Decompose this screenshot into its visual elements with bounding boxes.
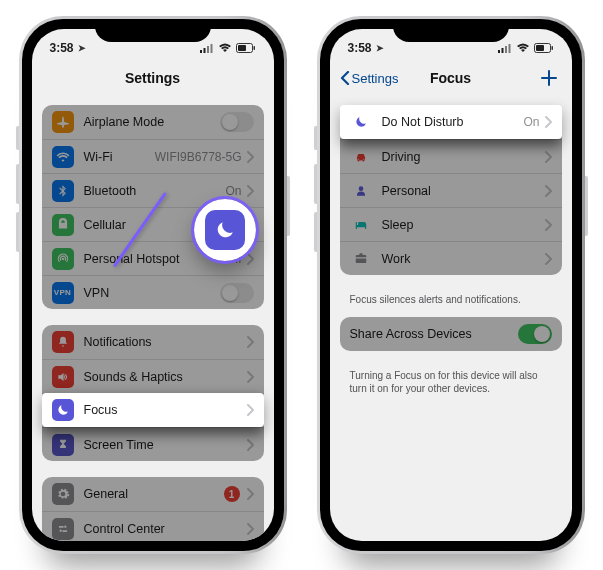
page-title: Settings: [125, 70, 180, 86]
status-time: 3:58: [50, 41, 74, 55]
settings-row-notifications[interactable]: Notifications: [42, 325, 264, 359]
chevron-right-icon: [544, 253, 552, 265]
share-group: Share Across Devices: [340, 317, 562, 351]
bell-icon: [52, 331, 74, 353]
nav-bar: Settings: [32, 61, 274, 95]
footer-note-2: Turning a Focus on for this device will …: [330, 367, 572, 396]
briefcase-icon: [350, 248, 372, 270]
chevron-right-icon: [246, 371, 254, 383]
moon-outline-icon: [350, 111, 372, 133]
svg-rect-18: [536, 45, 544, 51]
person-icon: [350, 180, 372, 202]
wifi-icon: [516, 43, 530, 53]
status-time: 3:58: [348, 41, 372, 55]
settings-row-do-not-disturb[interactable]: Do Not Disturb On: [340, 105, 562, 139]
gear-icon: [52, 483, 74, 505]
back-label: Settings: [352, 71, 399, 86]
chevron-right-icon: [246, 151, 254, 163]
moon-icon: [52, 399, 74, 421]
svg-rect-15: [505, 46, 507, 53]
settings-row-personal[interactable]: Personal: [340, 173, 562, 207]
toggle-switch[interactable]: [518, 324, 552, 344]
settings-row-sounds-haptics[interactable]: Sounds & Haptics: [42, 359, 264, 393]
phone-device-left: 3:58 ➤ Settings Airplane Mode Wi-Fi WIFI: [19, 16, 287, 554]
settings-row-wi-fi[interactable]: Wi-Fi WIFI9B6778-5G: [42, 139, 264, 173]
chevron-right-icon: [246, 488, 254, 500]
svg-rect-5: [238, 45, 246, 51]
row-label: Focus: [84, 403, 246, 417]
row-label: Share Across Devices: [350, 327, 518, 341]
row-label: Sleep: [382, 218, 544, 232]
chevron-right-icon: [544, 151, 552, 163]
settings-row-general[interactable]: General 1: [42, 477, 264, 511]
airplane-icon: [52, 111, 74, 133]
row-label: Work: [382, 252, 544, 266]
notch: [393, 19, 509, 42]
chevron-right-icon: [544, 219, 552, 231]
focus-callout: [194, 199, 256, 261]
row-label: Wi-Fi: [84, 150, 155, 164]
toggle-switch[interactable]: [220, 112, 254, 132]
svg-rect-6: [253, 46, 255, 50]
settings-row-driving[interactable]: Driving: [340, 139, 562, 173]
add-button[interactable]: [540, 69, 558, 87]
toggle-switch[interactable]: [220, 283, 254, 303]
location-arrow-icon: ➤: [78, 43, 86, 53]
cellular-signal-icon: [498, 43, 512, 53]
chevron-right-icon: [246, 439, 254, 451]
svg-rect-0: [200, 50, 202, 53]
row-label: Sounds & Haptics: [84, 370, 246, 384]
location-arrow-icon: ➤: [376, 43, 384, 53]
settings-row-airplane-mode[interactable]: Airplane Mode: [42, 105, 264, 139]
row-label: Do Not Disturb: [382, 115, 524, 129]
phone-device-right: 3:58 ➤ Settings Focus: [317, 16, 585, 554]
chevron-right-icon: [544, 185, 552, 197]
row-label: VPN: [84, 286, 220, 300]
svg-rect-16: [508, 44, 510, 53]
settings-row-vpn[interactable]: VPN VPN: [42, 275, 264, 309]
svg-point-7: [61, 257, 63, 259]
wifi-icon: [52, 146, 74, 168]
row-label: Personal: [382, 184, 544, 198]
row-value: On: [523, 115, 539, 129]
hourglass-icon: [52, 434, 74, 456]
chevron-right-icon: [246, 185, 254, 197]
settings-row-work[interactable]: Work: [340, 241, 562, 275]
car-icon: [350, 146, 372, 168]
settings-row-sleep[interactable]: Sleep: [340, 207, 562, 241]
row-label: Control Center: [84, 522, 246, 536]
plus-icon: [540, 69, 558, 87]
share-across-devices-row[interactable]: Share Across Devices: [340, 317, 562, 351]
bluetooth-icon: [52, 180, 74, 202]
speaker-icon: [52, 366, 74, 388]
page-title: Focus: [430, 70, 471, 86]
row-value: WIFI9B6778-5G: [155, 150, 242, 164]
notification-badge: 1: [224, 486, 240, 502]
settings-group: General 1 Control Center AA Display & Br…: [42, 477, 264, 541]
chevron-right-icon: [246, 404, 254, 416]
chevron-right-icon: [544, 116, 552, 128]
back-button[interactable]: Settings: [340, 71, 399, 86]
cellular-icon: [52, 214, 74, 236]
svg-rect-13: [498, 50, 500, 53]
chevron-left-icon: [340, 71, 350, 85]
settings-row-screen-time[interactable]: Screen Time: [42, 427, 264, 461]
svg-rect-1: [203, 48, 205, 53]
row-label: Driving: [382, 150, 544, 164]
battery-icon: [236, 43, 256, 53]
svg-rect-19: [551, 46, 553, 50]
hotspot-icon: [52, 248, 74, 270]
settings-row-control-center[interactable]: Control Center: [42, 511, 264, 541]
nav-bar: Settings Focus: [330, 61, 572, 95]
notch: [95, 19, 211, 42]
svg-rect-14: [501, 48, 503, 53]
chevron-right-icon: [246, 336, 254, 348]
svg-rect-2: [207, 46, 209, 53]
wifi-icon: [218, 43, 232, 53]
svg-rect-3: [210, 44, 212, 53]
vpn-icon: VPN: [52, 282, 74, 304]
cellular-signal-icon: [200, 43, 214, 53]
bed-icon: [350, 214, 372, 236]
settings-row-focus[interactable]: Focus: [42, 393, 264, 427]
row-label: General: [84, 487, 224, 501]
